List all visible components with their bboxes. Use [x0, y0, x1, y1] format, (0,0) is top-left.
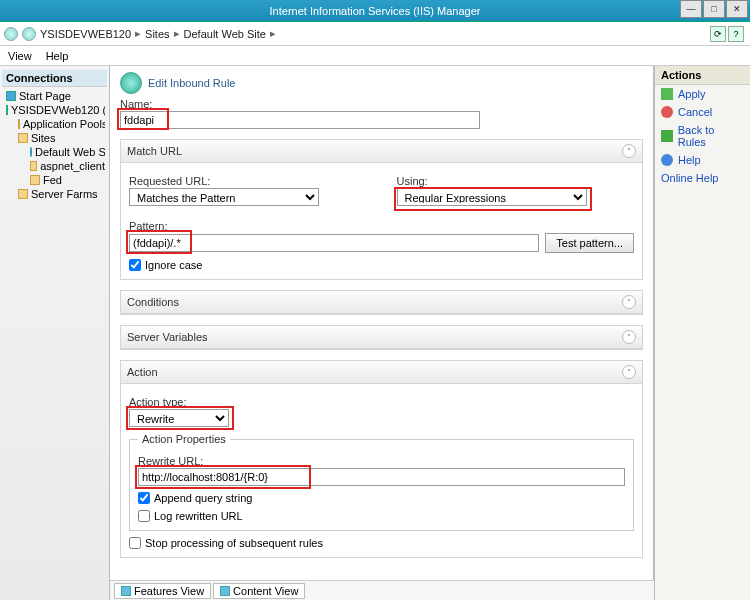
- menu-bar: View Help: [0, 46, 750, 66]
- tree-start-page[interactable]: Start Page: [4, 89, 105, 103]
- name-label: Name:: [120, 98, 643, 110]
- breadcrumb-sep: ▸: [174, 27, 180, 40]
- breadcrumb-site[interactable]: Default Web Site: [184, 28, 266, 40]
- action-type-select[interactable]: Rewrite: [129, 409, 229, 427]
- conditions-panel: Conditions ˅: [120, 290, 643, 315]
- pool-icon: [18, 119, 20, 129]
- breadcrumb-sep: ▸: [135, 27, 141, 40]
- server-variables-panel: Server Variables ˅: [120, 325, 643, 350]
- collapse-icon[interactable]: ˄: [622, 365, 636, 379]
- nav-forward-icon[interactable]: [22, 27, 36, 41]
- tree-aspnet-client[interactable]: aspnet_client: [4, 159, 105, 173]
- tree-app-pools[interactable]: Application Pools: [4, 117, 105, 131]
- action-apply[interactable]: Apply: [655, 85, 750, 103]
- cancel-icon: [661, 106, 673, 118]
- action-back-to-rules[interactable]: Back to Rules: [655, 121, 750, 151]
- help-icon[interactable]: ?: [728, 26, 744, 42]
- help-icon: [661, 154, 673, 166]
- action-type-label: Action type:: [129, 396, 634, 408]
- log-rewritten-checkbox[interactable]: Log rewritten URL: [138, 510, 625, 522]
- refresh-icon[interactable]: ⟳: [710, 26, 726, 42]
- breadcrumb-sites[interactable]: Sites: [145, 28, 169, 40]
- rule-icon: [120, 72, 142, 94]
- connections-panel: Connections Start Page YSISDEVWeb120 (YS…: [0, 66, 110, 600]
- apply-icon: [661, 88, 673, 100]
- test-pattern-button[interactable]: Test pattern...: [545, 233, 634, 253]
- match-url-panel: Match URL ˄ Requested URL: Matches the P…: [120, 139, 643, 280]
- connections-title: Connections: [2, 70, 107, 87]
- using-select[interactable]: Regular Expressions: [397, 188, 587, 206]
- tree-sites[interactable]: Sites: [4, 131, 105, 145]
- action-header[interactable]: Action ˄: [121, 361, 642, 384]
- page-title: Edit Inbound Rule: [120, 72, 643, 94]
- window-titlebar: Internet Information Services (IIS) Mana…: [0, 0, 750, 22]
- bottom-tabs: Features View Content View: [110, 580, 654, 600]
- expand-icon[interactable]: ˅: [622, 330, 636, 344]
- tree-fed[interactable]: Fed: [4, 173, 105, 187]
- toolbar-right: ⟳ ?: [710, 26, 744, 42]
- back-icon: [661, 130, 673, 142]
- action-cancel[interactable]: Cancel: [655, 103, 750, 121]
- rewrite-url-label: Rewrite URL:: [138, 455, 625, 467]
- nav-back-icon[interactable]: [4, 27, 18, 41]
- close-button[interactable]: ✕: [726, 0, 748, 18]
- globe-icon: [30, 147, 32, 157]
- pattern-input[interactable]: [129, 234, 539, 252]
- tree-default-site[interactable]: Default Web Site: [4, 145, 105, 159]
- ignore-case-checkbox[interactable]: Ignore case: [129, 259, 634, 271]
- expand-icon[interactable]: ˅: [622, 295, 636, 309]
- action-properties-fieldset: Action Properties Rewrite URL: Append qu…: [129, 433, 634, 531]
- stop-processing-checkbox[interactable]: Stop processing of subsequent rules: [129, 537, 634, 549]
- tab-features-view[interactable]: Features View: [114, 583, 211, 599]
- match-url-header[interactable]: Match URL ˄: [121, 140, 642, 163]
- window-title: Internet Information Services (IIS) Mana…: [270, 5, 481, 17]
- maximize-button[interactable]: □: [703, 0, 725, 18]
- requested-url-select[interactable]: Matches the Pattern: [129, 188, 319, 206]
- main-content: Edit Inbound Rule Name: Match URL ˄ Requ…: [110, 66, 654, 600]
- sites-icon: [18, 133, 28, 143]
- content-icon: [220, 586, 230, 596]
- append-query-checkbox[interactable]: Append query string: [138, 492, 625, 504]
- rule-name-input[interactable]: [120, 111, 480, 129]
- folder-icon: [30, 161, 37, 171]
- window-buttons: — □ ✕: [679, 0, 748, 18]
- server-variables-header[interactable]: Server Variables ˅: [121, 326, 642, 349]
- using-label: Using:: [397, 175, 635, 187]
- breadcrumb: YSISDEVWEB120 ▸ Sites ▸ Default Web Site…: [0, 22, 750, 46]
- tree-server[interactable]: YSISDEVWeb120 (YSNDman): [4, 103, 105, 117]
- conditions-header[interactable]: Conditions ˅: [121, 291, 642, 314]
- tab-content-view[interactable]: Content View: [213, 583, 305, 599]
- pattern-label: Pattern:: [129, 220, 634, 232]
- minimize-button[interactable]: —: [680, 0, 702, 18]
- menu-view[interactable]: View: [8, 50, 32, 62]
- action-online-help[interactable]: Online Help: [655, 169, 750, 187]
- features-icon: [121, 586, 131, 596]
- action-properties-legend: Action Properties: [138, 433, 230, 445]
- collapse-icon[interactable]: ˄: [622, 144, 636, 158]
- actions-pane: Actions Apply Cancel Back to Rules Help …: [654, 66, 750, 600]
- actions-title: Actions: [655, 66, 750, 85]
- menu-help[interactable]: Help: [46, 50, 69, 62]
- rewrite-url-input[interactable]: [138, 468, 625, 486]
- breadcrumb-sep: ▸: [270, 27, 276, 40]
- tree-server-farms[interactable]: Server Farms: [4, 187, 105, 201]
- folder-icon: [30, 175, 40, 185]
- farm-icon: [18, 189, 28, 199]
- server-icon: [6, 105, 8, 115]
- breadcrumb-server[interactable]: YSISDEVWEB120: [40, 28, 131, 40]
- home-icon: [6, 91, 16, 101]
- action-panel: Action ˄ Action type: Rewrite Action Pro…: [120, 360, 643, 558]
- connections-tree: Start Page YSISDEVWeb120 (YSNDman) Appli…: [2, 87, 107, 203]
- action-help[interactable]: Help: [655, 151, 750, 169]
- requested-url-label: Requested URL:: [129, 175, 367, 187]
- ignore-case-input[interactable]: [129, 259, 141, 271]
